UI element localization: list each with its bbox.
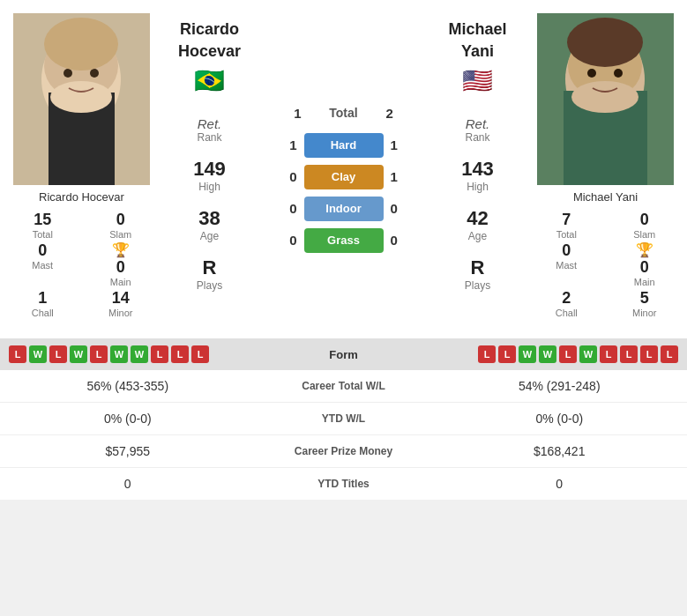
form-badge: L <box>498 345 516 363</box>
stats-right-0: 54% (291-248) <box>432 379 688 393</box>
right-slam-stat: 0 Slam <box>611 211 679 240</box>
stats-right-3: 0 <box>432 477 688 491</box>
form-badge: L <box>620 345 638 363</box>
right-player-info: Michael Yani 🇺🇸 Ret. Rank 143 High 42 Ag… <box>431 9 524 323</box>
right-trophy-icon: 🏆 <box>636 241 653 258</box>
stats-row: $57,955 Career Prize Money $168,421 <box>0 435 687 468</box>
right-plays: R Plays <box>465 256 490 292</box>
form-badge: L <box>151 345 168 363</box>
grass-button: Grass <box>304 228 384 253</box>
svg-point-15 <box>567 18 643 67</box>
hard-button: Hard <box>304 133 384 158</box>
clay-button: Clay <box>304 165 384 189</box>
right-mast-stat: 0 Mast <box>533 241 601 287</box>
stats-row: 56% (453-355) Career Total W/L 54% (291-… <box>0 370 687 403</box>
form-badge: W <box>29 345 47 363</box>
stats-right-2: $168,421 <box>432 444 688 458</box>
right-total-stat: 7 Total <box>533 211 601 240</box>
svg-point-5 <box>63 69 72 78</box>
right-rank: Ret. Rank <box>465 116 489 144</box>
form-badge: L <box>9 345 26 363</box>
left-player-photo <box>13 13 150 185</box>
right-form: LLWWLWLLLL <box>397 345 679 363</box>
left-slam-stat: 0 Slam <box>87 211 155 240</box>
indoor-score-row: 0 Indoor 0 <box>260 197 427 221</box>
form-badge: L <box>559 345 577 363</box>
stats-row: 0 YTD Titles 0 <box>0 468 687 500</box>
svg-point-7 <box>44 18 118 71</box>
right-player-name: Michael Yani <box>431 18 524 61</box>
svg-point-13 <box>587 69 596 78</box>
left-plays: R Plays <box>197 256 222 292</box>
center-scores: 1 Total 2 1 Hard 1 0 Clay 1 <box>256 9 431 323</box>
right-chall-stat: 2 Chall <box>533 289 601 318</box>
form-badge: W <box>579 345 597 363</box>
stats-center-1: YTD W/L <box>256 412 432 425</box>
clay-score-row: 0 Clay 1 <box>260 165 427 189</box>
svg-point-14 <box>614 69 623 78</box>
stats-center-3: YTD Titles <box>256 478 432 490</box>
stats-left-1: 0% (0-0) <box>0 412 256 426</box>
left-mast-trophy: 🏆 0 Main <box>87 241 155 287</box>
stats-left-3: 0 <box>0 477 256 491</box>
left-trophy-icon: 🏆 <box>112 241 130 258</box>
form-badge: W <box>519 345 536 363</box>
form-badge: W <box>131 345 148 363</box>
right-flag: 🇺🇸 <box>462 66 493 95</box>
stats-left-2: $57,955 <box>0 444 256 458</box>
form-label: Form <box>291 348 397 361</box>
form-badge: L <box>661 345 678 363</box>
svg-point-6 <box>90 69 99 78</box>
svg-point-4 <box>50 81 112 113</box>
form-badge: L <box>478 345 496 363</box>
left-minor-stat: 14 Minor <box>87 289 155 318</box>
left-player-info: Ricardo Hocevar 🇧🇷 Ret. Rank 149 High 38… <box>163 9 256 323</box>
grass-score-row: 0 Grass 0 <box>260 228 427 253</box>
right-player-photo <box>537 13 674 185</box>
left-player-name: Ricardo Hocevar <box>163 18 256 61</box>
top-section: Ricardo Hocevar 15 Total 0 Slam 0 Mast 🏆… <box>0 0 687 331</box>
form-badge: L <box>640 345 658 363</box>
indoor-button: Indoor <box>304 197 384 221</box>
right-player-name-label: Michael Yani <box>573 190 638 204</box>
stats-table: 56% (453-355) Career Total W/L 54% (291-… <box>0 370 687 500</box>
svg-point-12 <box>571 81 638 113</box>
hard-score-row: 1 Hard 1 <box>260 133 427 158</box>
form-badge: W <box>70 345 87 363</box>
form-badge: L <box>171 345 189 363</box>
stats-center-0: Career Total W/L <box>256 380 432 392</box>
form-badge: L <box>600 345 617 363</box>
left-age: 38 Age <box>198 207 220 242</box>
right-mast-trophy: 🏆 0 Main <box>611 241 679 287</box>
form-section: LWLWLWWLLL Form LLWWLWLLLL <box>0 338 687 370</box>
left-mast-stat: 0 Mast <box>9 241 77 287</box>
stats-right-1: 0% (0-0) <box>432 412 688 426</box>
right-minor-stat: 5 Minor <box>611 289 679 318</box>
form-badge: W <box>110 345 128 363</box>
left-total-stat: 15 Total <box>9 211 77 240</box>
stats-center-2: Career Prize Money <box>256 445 432 457</box>
stats-left-0: 56% (453-355) <box>0 379 256 393</box>
main-container: Ricardo Hocevar 15 Total 0 Slam 0 Mast 🏆… <box>0 0 687 500</box>
left-player-name-label: Ricardo Hocevar <box>39 190 124 204</box>
form-badge: W <box>539 345 556 363</box>
left-rank: Ret. Rank <box>197 116 221 144</box>
total-score-row: 1 Total 2 <box>260 106 427 121</box>
form-badge: L <box>49 345 67 363</box>
left-form: LWLWLWWLLL <box>9 345 291 363</box>
right-high: 143 High <box>461 158 494 193</box>
left-chall-stat: 1 Chall <box>9 289 77 318</box>
stats-row: 0% (0-0) YTD W/L 0% (0-0) <box>0 403 687 435</box>
right-age: 42 Age <box>467 207 488 242</box>
left-high: 149 High <box>193 158 226 193</box>
form-badge: L <box>191 345 209 363</box>
left-flag: 🇧🇷 <box>194 66 225 95</box>
form-badge: L <box>90 345 108 363</box>
